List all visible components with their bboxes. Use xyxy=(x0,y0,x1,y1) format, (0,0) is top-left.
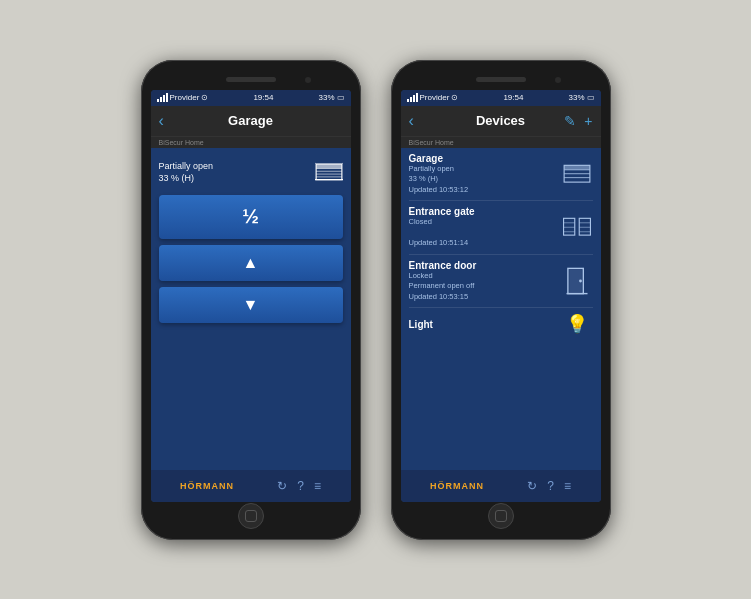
battery-icon-2: ▭ xyxy=(587,93,595,102)
speaker-2 xyxy=(476,77,526,82)
device-item-entrance-gate[interactable]: Entrance gate ClosedUpdated 10:51:14 xyxy=(409,201,593,255)
garage-content: Partially open 33 % (H) xyxy=(151,148,351,470)
bisecur-bar: BiSecur Home xyxy=(151,136,351,148)
provider-label-2: Provider xyxy=(420,93,450,102)
camera xyxy=(305,77,311,83)
device-status-gate: ClosedUpdated 10:51:14 xyxy=(409,217,561,249)
status-bar-2: Provider ⊙ 19:54 33% ▭ xyxy=(401,90,601,106)
bottom-bar-garage: HÖRMANN ↻ ? ≡ xyxy=(151,470,351,502)
garage-status: Partially open 33 % (H) xyxy=(159,156,343,189)
nav-actions: ✎ + xyxy=(564,113,592,129)
home-button[interactable] xyxy=(238,503,264,529)
wifi-icon: ⊙ xyxy=(201,93,208,102)
status-right-2: 33% ▭ xyxy=(568,93,594,102)
garage-status-line1: Partially open xyxy=(159,160,214,173)
wifi-icon-2: ⊙ xyxy=(451,93,458,102)
svg-rect-15 xyxy=(579,219,590,236)
device-list: Garage Partially open33 % (H)Updated 10:… xyxy=(409,148,593,470)
door-icon xyxy=(566,267,588,295)
back-button-2[interactable]: ‹ xyxy=(409,112,414,130)
phone-garage: Provider ⊙ 19:54 33% ▭ ‹ Garage BiSecur … xyxy=(141,60,361,540)
device-name-gate: Entrance gate xyxy=(409,206,561,217)
garage-icon-wrap xyxy=(561,163,593,185)
bisecur-label-2: BiSecur Home xyxy=(409,139,454,146)
device-info-gate: Entrance gate ClosedUpdated 10:51:14 xyxy=(409,206,561,249)
screen-garage: Provider ⊙ 19:54 33% ▭ ‹ Garage BiSecur … xyxy=(151,90,351,502)
door-icon-wrap xyxy=(561,267,593,295)
device-item-entrance-door[interactable]: Entrance door LockedPermanent open offUp… xyxy=(409,255,593,309)
garage-door-illustration xyxy=(315,160,343,182)
device-info-garage: Garage Partially open33 % (H)Updated 10:… xyxy=(409,153,561,196)
gate-icon-wrap xyxy=(561,216,593,238)
time-label-2: 19:54 xyxy=(503,93,523,102)
page-title-devices: Devices xyxy=(476,113,525,128)
bottom-bar-devices: HÖRMANN ↻ ? ≡ xyxy=(401,470,601,502)
svg-rect-13 xyxy=(564,165,590,169)
svg-point-24 xyxy=(579,279,582,282)
phone-bottom-2 xyxy=(401,502,601,530)
signal-icon xyxy=(157,93,168,102)
battery-label-2: 33% xyxy=(568,93,584,102)
screen-devices: Provider ⊙ 19:54 33% ▭ ‹ Devices ✎ + xyxy=(401,90,601,502)
garage-status-line2: 33 % (H) xyxy=(159,172,214,185)
open-button[interactable]: ▲ xyxy=(159,245,343,281)
gate-icon xyxy=(563,216,591,238)
edit-button[interactable]: ✎ xyxy=(564,113,576,129)
back-button[interactable]: ‹ xyxy=(159,112,164,130)
refresh-icon-2[interactable]: ↻ xyxy=(527,479,537,493)
camera-2 xyxy=(555,77,561,83)
nav-bar-garage: ‹ Garage xyxy=(151,106,351,136)
garage-door-icon xyxy=(563,163,591,185)
menu-icon-2[interactable]: ≡ xyxy=(564,479,571,493)
device-name-door: Entrance door xyxy=(409,260,561,271)
status-left-2: Provider ⊙ xyxy=(407,93,459,102)
device-item-light[interactable]: Light 💡 xyxy=(409,308,593,340)
device-name-light: Light xyxy=(409,319,561,330)
time-label: 19:54 xyxy=(253,93,273,102)
device-name-garage: Garage xyxy=(409,153,561,164)
refresh-icon[interactable]: ↻ xyxy=(277,479,287,493)
hormann-logo: HÖRMANN xyxy=(180,481,234,491)
device-item-garage[interactable]: Garage Partially open33 % (H)Updated 10:… xyxy=(409,148,593,202)
bottom-icons-2: ↻ ? ≡ xyxy=(527,479,571,493)
garage-status-text: Partially open 33 % (H) xyxy=(159,160,214,185)
page-title-garage: Garage xyxy=(228,113,273,128)
phone-top-bar xyxy=(151,70,351,90)
device-info-light: Light xyxy=(409,319,561,330)
close-button[interactable]: ▼ xyxy=(159,287,343,323)
devices-content: Garage Partially open33 % (H)Updated 10:… xyxy=(401,148,601,470)
status-bar: Provider ⊙ 19:54 33% ▭ xyxy=(151,90,351,106)
bisecur-label: BiSecur Home xyxy=(159,139,204,146)
device-status-garage: Partially open33 % (H)Updated 10:53:12 xyxy=(409,164,561,196)
light-bulb-icon: 💡 xyxy=(566,313,588,335)
device-status-door: LockedPermanent open offUpdated 10:53:15 xyxy=(409,271,561,303)
status-right: 33% ▭ xyxy=(318,93,344,102)
signal-icon-2 xyxy=(407,93,418,102)
nav-bar-devices: ‹ Devices ✎ + xyxy=(401,106,601,136)
phone-bottom xyxy=(151,502,351,530)
help-icon[interactable]: ? xyxy=(297,479,304,493)
add-button[interactable]: + xyxy=(584,113,592,129)
battery-label: 33% xyxy=(318,93,334,102)
light-icon-wrap: 💡 xyxy=(561,313,593,335)
status-left: Provider ⊙ xyxy=(157,93,209,102)
svg-rect-1 xyxy=(316,164,342,168)
home-button-2[interactable] xyxy=(488,503,514,529)
provider-label: Provider xyxy=(170,93,200,102)
half-position-button[interactable]: ½ xyxy=(159,195,343,239)
hormann-logo-2: HÖRMANN xyxy=(430,481,484,491)
home-button-inner-2 xyxy=(495,510,507,522)
menu-icon[interactable]: ≡ xyxy=(314,479,321,493)
home-button-inner xyxy=(245,510,257,522)
device-info-door: Entrance door LockedPermanent open offUp… xyxy=(409,260,561,303)
speaker xyxy=(226,77,276,82)
phone-devices: Provider ⊙ 19:54 33% ▭ ‹ Devices ✎ + xyxy=(391,60,611,540)
phone-top-bar-2 xyxy=(401,70,601,90)
bottom-icons: ↻ ? ≡ xyxy=(277,479,321,493)
svg-rect-14 xyxy=(563,219,574,236)
bisecur-bar-2: BiSecur Home xyxy=(401,136,601,148)
battery-icon: ▭ xyxy=(337,93,345,102)
help-icon-2[interactable]: ? xyxy=(547,479,554,493)
